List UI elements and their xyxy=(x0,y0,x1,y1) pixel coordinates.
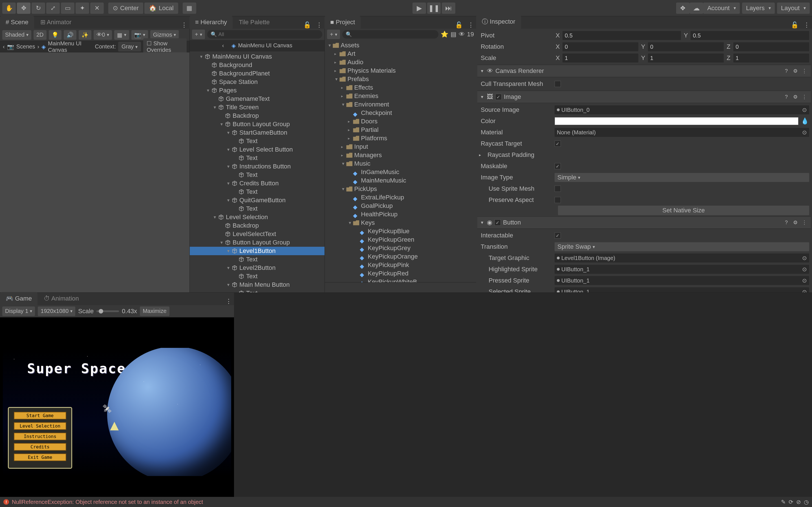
help-icon[interactable]: ? xyxy=(783,219,790,226)
project-item[interactable]: Checkpoint xyxy=(325,109,476,117)
scale-slider[interactable] xyxy=(96,311,119,312)
hierarchy-item[interactable]: Backdrop xyxy=(190,112,324,120)
panel-menu-icon[interactable]: ⋮ xyxy=(801,21,812,29)
project-item[interactable]: KeyPickupRed xyxy=(325,269,476,278)
tab-animator[interactable]: ⊞ Animator xyxy=(35,16,77,29)
eyedropper-icon[interactable]: 💧 xyxy=(801,117,809,125)
context-dropdown[interactable]: Gray xyxy=(118,42,141,52)
status-icon[interactable]: ⟳ xyxy=(789,499,794,505)
console-error[interactable]: NullReferenceException: Object reference… xyxy=(12,499,203,505)
material-field[interactable]: None (Material)⊙ xyxy=(555,128,809,137)
transform-tool[interactable]: ✦ xyxy=(75,3,89,14)
pivot-x-input[interactable] xyxy=(562,31,681,40)
image-type-dropdown[interactable]: Simple xyxy=(555,173,809,182)
custom-tool[interactable]: ✕ xyxy=(90,3,104,14)
project-item[interactable]: ▸Input xyxy=(325,143,476,151)
maskable-checkbox[interactable]: ✓ xyxy=(555,163,561,169)
lock-icon[interactable]: 🔓 xyxy=(788,21,801,29)
hierarchy-item[interactable]: ▼Button Layout Group xyxy=(190,120,324,128)
hierarchy-item[interactable]: Background xyxy=(190,61,324,69)
project-item[interactable]: ▸Art xyxy=(325,50,476,58)
status-icon[interactable]: ◷ xyxy=(804,499,809,505)
scale-x[interactable] xyxy=(562,54,638,62)
pressed-sprite-field[interactable]: UIButton_1⊙ xyxy=(555,276,809,285)
hierarchy-item[interactable]: ▼Credits Button xyxy=(190,179,324,187)
project-item[interactable]: InGameMusic xyxy=(325,168,476,176)
hierarchy-item[interactable]: ▼StartGameButton xyxy=(190,128,324,137)
menu-icon[interactable]: ⋮ xyxy=(801,219,808,226)
project-item[interactable]: ▸Effects xyxy=(325,83,476,92)
project-item[interactable]: ▸Platforms xyxy=(325,134,476,143)
highlighted-sprite-field[interactable]: UIButton_1⊙ xyxy=(555,265,809,274)
collab-icon[interactable]: ❖ xyxy=(676,3,690,14)
project-item[interactable]: ▼PickUps xyxy=(325,185,476,193)
project-item[interactable]: ▸Doors xyxy=(325,117,476,126)
hierarchy-item[interactable]: ▼Main Menu Button xyxy=(190,281,324,289)
hierarchy-item[interactable]: GamenameText xyxy=(190,95,324,103)
image-enabled-checkbox[interactable]: ✓ xyxy=(495,94,502,100)
preset-icon[interactable]: ⚙ xyxy=(792,67,799,75)
hierarchy-item[interactable]: Text xyxy=(190,255,324,264)
lock-icon[interactable]: 🔓 xyxy=(301,21,314,29)
tab-hierarchy[interactable]: ≡ Hierarchy xyxy=(190,16,233,29)
layout-dropdown[interactable]: Layout xyxy=(777,3,810,14)
project-search-input[interactable] xyxy=(354,32,435,38)
hand-tool[interactable]: ✋ xyxy=(2,3,16,14)
hierarchy-item[interactable]: Text xyxy=(190,137,324,145)
project-item[interactable]: ▸Enemies xyxy=(325,92,476,100)
pivot-toggle[interactable]: ⊙ Center xyxy=(108,3,143,14)
hierarchy-item[interactable]: ▼Title Screen xyxy=(190,103,324,112)
hierarchy-item[interactable]: ▼Pages xyxy=(190,86,324,95)
transition-dropdown[interactable]: Sprite Swap xyxy=(555,242,809,251)
project-item[interactable]: KeyPickupGrey xyxy=(325,244,476,252)
button-enabled-checkbox[interactable]: ✓ xyxy=(495,219,501,226)
maximize-button[interactable]: Maximize xyxy=(140,306,169,316)
lock-icon[interactable]: 🔓 xyxy=(452,21,465,29)
favorite-icon[interactable]: ⭐ xyxy=(441,31,448,38)
hierarchy-item[interactable]: Text xyxy=(190,289,324,292)
rot-y[interactable] xyxy=(648,42,724,51)
hierarchy-item[interactable]: ▼Instructions Button xyxy=(190,162,324,171)
project-item[interactable]: ▸Managers xyxy=(325,151,476,159)
project-item[interactable]: MainMenuMusic xyxy=(325,176,476,185)
panel-menu-icon[interactable]: ⋮ xyxy=(179,21,190,29)
tab-scene[interactable]: # Scene xyxy=(0,16,34,29)
set-native-size-button[interactable]: Set Native Size xyxy=(558,206,809,215)
tab-game[interactable]: 🎮 Game xyxy=(0,292,38,305)
project-item[interactable]: ▼Assets xyxy=(325,41,476,50)
preset-icon[interactable]: ⚙ xyxy=(792,93,799,101)
raycast-checkbox[interactable]: ✓ xyxy=(555,140,561,147)
panel-menu-icon[interactable]: ⋮ xyxy=(223,298,234,305)
breadcrumb-scenes[interactable]: Scenes xyxy=(16,43,35,50)
scene-view[interactable] xyxy=(0,52,190,292)
create-dropdown[interactable]: + xyxy=(327,30,340,39)
project-item[interactable]: KeyPickupGreen xyxy=(325,235,476,244)
project-item[interactable]: ▼Music xyxy=(325,159,476,168)
hierarchy-item[interactable]: Text xyxy=(190,171,324,179)
scale-z[interactable] xyxy=(733,54,809,62)
raycast-padding-foldout[interactable]: Raycast Padding xyxy=(486,151,555,159)
menu-icon[interactable]: ⋮ xyxy=(801,67,808,75)
hierarchy-item[interactable]: ▼QuitGameButton xyxy=(190,196,324,205)
status-icon[interactable]: ✎ xyxy=(781,499,786,505)
hierarchy-item[interactable]: Text xyxy=(190,272,324,281)
hierarchy-item[interactable]: ▼Button Layout Group xyxy=(190,238,324,247)
step-button[interactable]: ⏭ xyxy=(442,3,455,14)
button-header[interactable]: ▼◉ ✓ Button?⚙⋮ xyxy=(477,216,811,229)
grid-dropdown[interactable]: ▦ xyxy=(114,30,129,40)
pause-button[interactable]: ❚❚ xyxy=(427,3,441,14)
image-header[interactable]: ▼🖼 ✓ Image?⚙⋮ xyxy=(477,91,811,103)
source-image-field[interactable]: UIButton_0⊙ xyxy=(555,105,809,114)
hidden-dropdown[interactable]: 👁 0 xyxy=(94,30,112,40)
color-field[interactable] xyxy=(555,117,799,125)
rotate-tool[interactable]: ↻ xyxy=(32,3,45,14)
back-icon[interactable]: ‹ xyxy=(222,42,224,49)
tab-tile-palette[interactable]: Tile Palette xyxy=(233,16,275,29)
layers-dropdown[interactable]: Layers xyxy=(742,3,775,14)
project-search[interactable]: 🔍 xyxy=(342,30,438,39)
preset-icon[interactable]: ⚙ xyxy=(792,219,799,226)
account-dropdown[interactable]: Account xyxy=(703,3,740,14)
project-item[interactable]: ▼Keys xyxy=(325,219,476,227)
project-item[interactable]: ▼Environment xyxy=(325,100,476,109)
resolution-dropdown[interactable]: 1920x1080 xyxy=(38,306,75,316)
